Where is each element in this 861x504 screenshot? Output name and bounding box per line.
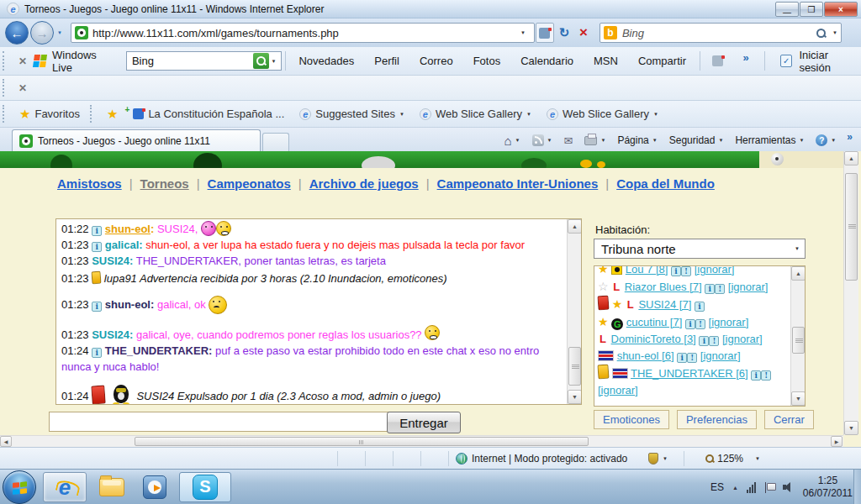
new-tab-button[interactable] bbox=[262, 133, 289, 151]
live-link-calendario[interactable]: Calendario bbox=[510, 55, 584, 67]
feeds-button[interactable]: ▼ bbox=[528, 133, 557, 148]
clock[interactable]: 1:25 06/07/2011 bbox=[803, 475, 853, 500]
info-icon[interactable]: i bbox=[92, 348, 102, 358]
scroll-down-button[interactable]: ▼ bbox=[791, 391, 806, 406]
info-icon[interactable]: i bbox=[92, 242, 102, 252]
profile-icon[interactable]: ! bbox=[709, 336, 719, 346]
favorite-item-web-slice-1[interactable]: e Web Slice Gallery ▼ bbox=[412, 108, 539, 120]
profile-icon[interactable]: ! bbox=[695, 319, 705, 329]
info-icon[interactable]: i bbox=[699, 336, 709, 346]
user-link[interactable]: DominicToreto [3] bbox=[611, 333, 696, 345]
photo-mail-icon[interactable] bbox=[712, 55, 723, 66]
close-toolbar-icon[interactable]: ✕ bbox=[12, 55, 34, 67]
nav-link-copa-mundo[interactable]: Copa del Mundo bbox=[616, 176, 715, 191]
info-icon[interactable]: i bbox=[751, 370, 761, 381]
info-icon[interactable]: i bbox=[685, 319, 695, 329]
info-icon[interactable]: i bbox=[671, 266, 681, 276]
restore-button[interactable]: ❐ bbox=[800, 2, 823, 17]
home-button[interactable]: ⌂▼ bbox=[500, 132, 525, 150]
scrollbar-thumb[interactable] bbox=[792, 327, 805, 354]
language-indicator[interactable]: ES bbox=[710, 481, 724, 493]
info-icon[interactable]: i bbox=[92, 226, 102, 236]
help-button[interactable]: ?▼ bbox=[811, 133, 840, 148]
read-mail-button[interactable]: ✉ bbox=[560, 133, 578, 149]
live-link-msn[interactable]: MSN bbox=[584, 55, 628, 67]
close-toolbar-icon[interactable]: ✕ bbox=[12, 82, 34, 94]
favorite-item-constitucion[interactable]: La Constitución Española ... bbox=[125, 108, 292, 120]
taskbar-skype-button[interactable]: S bbox=[179, 472, 231, 502]
message-author[interactable]: shun-eol bbox=[105, 298, 151, 311]
user-link[interactable]: Lou 7 [8] bbox=[626, 265, 668, 276]
tools-menu-button[interactable]: Herramientas▼ bbox=[731, 133, 808, 148]
live-link-fotos[interactable]: Fotos bbox=[463, 55, 511, 67]
user-link[interactable]: Riazor Blues [7] bbox=[625, 281, 702, 293]
favorite-item-suggested-sites[interactable]: e Suggested Sites ▼ bbox=[292, 108, 412, 120]
bing-search-input[interactable] bbox=[622, 27, 816, 39]
print-button[interactable]: ▼ bbox=[580, 134, 610, 147]
nav-link-amistosos[interactable]: Amistosos bbox=[57, 176, 122, 191]
scroll-up-button[interactable]: ▲ bbox=[791, 266, 806, 281]
live-search-options-icon[interactable]: ▼ bbox=[272, 59, 277, 64]
message-author[interactable]: THE_UNDERTAKER bbox=[105, 344, 209, 357]
live-link-compartir[interactable]: Compartir bbox=[628, 55, 696, 67]
info-icon[interactable]: i bbox=[705, 284, 715, 294]
back-button[interactable]: ← bbox=[5, 21, 29, 45]
network-icon[interactable] bbox=[747, 482, 756, 493]
zoom-control[interactable]: 125% ▼ bbox=[705, 453, 760, 465]
chat-message-input[interactable] bbox=[49, 412, 427, 432]
taskbar-ie-button[interactable]: e bbox=[43, 472, 87, 502]
nav-link-campeonatos[interactable]: Campeonatos bbox=[208, 176, 291, 191]
scrollbar-thumb[interactable] bbox=[845, 173, 858, 281]
address-field[interactable]: ▼ bbox=[71, 23, 535, 43]
live-link-perfil[interactable]: Perfil bbox=[364, 55, 409, 67]
forward-button[interactable]: → bbox=[30, 21, 54, 45]
room-select[interactable]: Tribuna norte ▼ bbox=[594, 239, 806, 259]
chat-scrollbar[interactable]: ▲ ▼ bbox=[567, 219, 581, 404]
live-search-box[interactable]: ▼ bbox=[126, 51, 282, 71]
scrollbar-thumb[interactable] bbox=[135, 437, 589, 446]
info-icon[interactable]: i bbox=[695, 302, 705, 312]
message-author[interactable]: shun-eol bbox=[105, 223, 151, 235]
protected-mode-button[interactable]: ▼ bbox=[648, 453, 668, 465]
refresh-button[interactable]: ↻ bbox=[555, 23, 573, 43]
scrollbar-thumb[interactable] bbox=[568, 347, 581, 386]
favorites-button[interactable]: ★ Favoritos bbox=[12, 107, 87, 122]
ignore-link[interactable]: [ignorar] bbox=[722, 333, 763, 345]
taskbar-media-player-button[interactable] bbox=[137, 472, 172, 502]
toolbar-overflow-icon[interactable]: » bbox=[743, 51, 749, 64]
nav-link-inter-uniones[interactable]: Campeonato Inter-Uniones bbox=[437, 176, 599, 191]
profile-icon[interactable]: ! bbox=[761, 370, 771, 381]
preferences-button[interactable]: Preferencias bbox=[677, 410, 757, 429]
hidden-icons-button[interactable]: ▲ bbox=[732, 485, 738, 491]
bing-search-box[interactable]: b ▼ bbox=[600, 23, 842, 43]
user-link[interactable]: THE_UNDERTAKER [6] bbox=[631, 367, 748, 380]
security-menu-button[interactable]: Seguridad▼ bbox=[665, 133, 728, 148]
profile-icon[interactable]: ! bbox=[687, 353, 697, 363]
compatibility-view-button[interactable] bbox=[536, 23, 554, 43]
user-link[interactable]: SUSI24 [7] bbox=[638, 298, 691, 311]
info-icon[interactable]: i bbox=[677, 353, 687, 363]
live-link-novedades[interactable]: Novedades bbox=[288, 55, 364, 67]
page-vertical-scrollbar[interactable]: ▲ ▼ bbox=[843, 151, 858, 435]
nav-link-torneos[interactable]: Torneos bbox=[140, 176, 189, 191]
toolbar-grip[interactable] bbox=[3, 51, 7, 71]
toolbar-grip[interactable] bbox=[3, 105, 7, 123]
add-favorite-button[interactable]: ★ bbox=[99, 107, 125, 122]
action-center-flag-icon[interactable] bbox=[764, 482, 774, 493]
profile-icon[interactable]: ! bbox=[681, 266, 691, 276]
live-search-input[interactable] bbox=[132, 55, 253, 67]
address-dropdown-icon[interactable]: ▼ bbox=[515, 30, 531, 35]
scroll-right-button[interactable]: ▶ bbox=[831, 436, 843, 447]
favorite-item-web-slice-2[interactable]: e Web Slice Gallery ▼ bbox=[539, 108, 666, 120]
signin-label[interactable]: Iniciar sesión bbox=[799, 49, 861, 74]
start-button[interactable] bbox=[3, 470, 36, 504]
profile-icon[interactable]: ! bbox=[715, 284, 725, 294]
toolbar-grip[interactable] bbox=[90, 105, 94, 123]
user-link[interactable]: shun-eol [6] bbox=[617, 349, 674, 362]
scroll-down-button[interactable]: ▼ bbox=[568, 390, 582, 404]
user-list-scrollbar[interactable]: ▲ ▼ bbox=[790, 266, 805, 406]
history-dropdown-icon[interactable]: ▼ bbox=[57, 30, 62, 35]
scroll-left-button[interactable]: ◀ bbox=[0, 436, 12, 447]
page-menu-button[interactable]: Página▼ bbox=[613, 133, 661, 148]
live-search-button[interactable] bbox=[253, 53, 269, 69]
